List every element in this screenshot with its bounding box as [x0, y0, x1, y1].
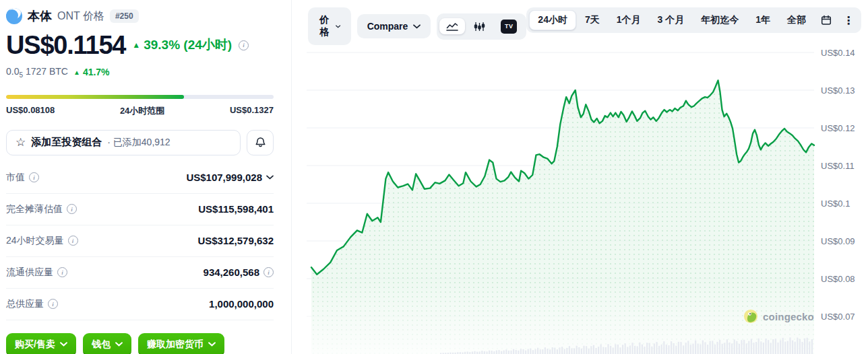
custom-date-button[interactable] — [815, 11, 838, 29]
time-range-all[interactable]: 全部 — [779, 10, 814, 30]
market-cap-dropdown[interactable]: US$107,999,028 — [186, 172, 274, 183]
ontology-logo-icon — [6, 8, 22, 24]
range-section: US$0.08108 24小时范围 US$0.1327 — [6, 95, 274, 117]
kebab-menu[interactable]: ⋮ — [838, 13, 859, 28]
info-icon[interactable]: i — [29, 172, 39, 182]
portfolio-label: 添加至投资组合 — [31, 136, 102, 149]
price-chart[interactable]: US$0.14US$0.13US$0.12US$0.11US$0.1US$0.0… — [307, 40, 868, 354]
tradingview-chart-type-button[interactable]: TV — [494, 16, 524, 37]
chevron-down-icon — [60, 342, 67, 347]
stats-table: 市值i US$107,999,028 完全摊薄估值i US$115,598,40… — [6, 162, 274, 320]
price-change-24h: ▲ 39.3% (24小时) — [132, 36, 232, 54]
line-chart-type-button[interactable] — [439, 18, 465, 34]
calendar-icon — [821, 15, 832, 26]
price-metric-dropdown[interactable]: 价格 — [308, 7, 351, 45]
portfolio-added-count: · 已添加40,912 — [107, 137, 170, 149]
svg-text:US$0.1: US$0.1 — [821, 199, 850, 209]
price-row: US$0.1154 ▲ 39.3% (24小时) i — [6, 32, 274, 58]
candlestick-chart-icon — [474, 22, 485, 32]
time-range-24h[interactable]: 24小时 — [529, 10, 576, 30]
coin-summary-panel: 本体 ONT 价格 #250 US$0.1154 ▲ 39.3% (24小时) … — [0, 0, 292, 354]
y-axis-labels: US$0.14US$0.13US$0.12US$0.11US$0.1US$0.0… — [821, 48, 855, 322]
candlestick-chart-type-button[interactable] — [467, 18, 492, 35]
add-to-portfolio-button[interactable]: ☆ 添加至投资组合 · 已添加40,912 — [6, 130, 241, 155]
info-icon[interactable]: i — [48, 299, 58, 309]
time-range-1y[interactable]: 1年 — [747, 10, 778, 30]
star-icon: ☆ — [16, 137, 26, 148]
up-triangle-icon: ▲ — [132, 41, 140, 49]
range-fill — [6, 95, 184, 99]
time-range-ytd[interactable]: 年初迄今 — [693, 10, 747, 30]
range-high: US$0.1327 — [230, 105, 274, 117]
coingecko-watermark: coingecko — [743, 309, 814, 324]
time-range-7d[interactable]: 7天 — [577, 10, 608, 30]
btc-change: ▲ 41.7% — [73, 67, 110, 77]
line-chart-icon — [446, 22, 458, 31]
time-range-selector: 24小时 7天 1个月 3 个月 年初迄今 1年 全部 ⋮ — [526, 7, 861, 33]
chevron-down-icon — [208, 342, 216, 347]
btc-price-row: 0.05 1727 BTC ▲ 41.7% — [6, 66, 274, 79]
tradingview-icon: TV — [501, 20, 517, 34]
bell-icon — [255, 137, 266, 148]
info-icon[interactable]: i — [57, 267, 67, 277]
svg-text:US$0.07: US$0.07 — [821, 312, 855, 322]
current-price: US$0.1154 — [6, 32, 125, 58]
gecko-logo-icon — [743, 309, 758, 324]
chart-type-switcher: TV — [437, 13, 526, 40]
chart-controls: 价格 Compare TV — [308, 7, 861, 45]
chevron-down-icon — [413, 24, 421, 29]
chevron-down-icon — [115, 342, 123, 347]
rank-badge: #250 — [110, 9, 139, 23]
time-range-1m[interactable]: 1个月 — [609, 10, 649, 30]
info-icon[interactable]: i — [68, 236, 78, 246]
svg-text:US$0.09: US$0.09 — [821, 236, 855, 246]
price-alert-button[interactable] — [247, 130, 274, 155]
btc-price: 0.05 1727 BTC — [6, 66, 68, 79]
range-low: US$0.08108 — [6, 105, 55, 117]
range-bar-track — [6, 95, 274, 99]
buy-sell-button[interactable]: 购买/售卖 — [6, 333, 76, 354]
stat-row-total-supply: 总供应量i 1,000,000,000 — [6, 289, 274, 320]
range-label: 24小时范围 — [120, 105, 164, 117]
info-icon[interactable]: i — [67, 204, 77, 214]
svg-text:US$0.11: US$0.11 — [821, 161, 855, 171]
coin-ticker-label: ONT 价格 — [57, 9, 104, 24]
svg-text:US$0.12: US$0.12 — [821, 123, 855, 133]
watermark-text: coingecko — [763, 311, 814, 322]
svg-text:US$0.14: US$0.14 — [821, 48, 855, 58]
time-range-3m[interactable]: 3 个月 — [650, 10, 693, 30]
stat-row-market-cap: 市值i US$107,999,028 — [6, 162, 274, 194]
coin-name: 本体 — [28, 8, 52, 24]
chevron-down-icon — [336, 24, 340, 29]
wallet-button[interactable]: 钱包 — [83, 333, 131, 354]
compare-dropdown[interactable]: Compare — [357, 14, 431, 38]
stat-row-circulating-supply: 流通供应量i 934,260,568i — [6, 257, 274, 289]
svg-text:US$0.13: US$0.13 — [821, 85, 855, 96]
chevron-down-icon — [266, 175, 274, 180]
stat-row-fdv: 完全摊薄估值i US$115,598,401 — [6, 194, 274, 225]
svg-text:US$0.08: US$0.08 — [821, 274, 855, 284]
price-change-text: 39.3% (24小时) — [144, 36, 232, 54]
info-icon[interactable]: i — [264, 267, 274, 277]
earn-crypto-button[interactable]: 赚取加密货币 — [138, 333, 224, 354]
coin-header: 本体 ONT 价格 #250 — [6, 8, 274, 24]
up-triangle-icon: ▲ — [73, 69, 80, 76]
info-icon[interactable]: i — [239, 40, 249, 50]
stat-row-volume: 24小时交易量i US$312,579,632 — [6, 225, 274, 257]
